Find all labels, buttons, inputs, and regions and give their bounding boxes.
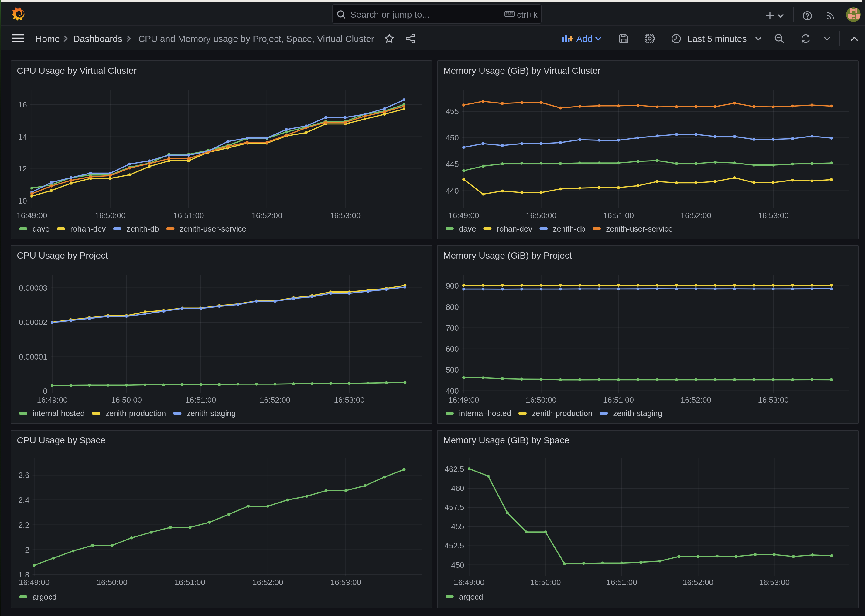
svg-text:16:50:00: 16:50:00	[526, 211, 556, 220]
svg-text:2: 2	[25, 545, 29, 555]
svg-text:16:52:00: 16:52:00	[681, 395, 711, 404]
svg-text:Memory Usage (GiB) by Project: Memory Usage (GiB) by Project	[443, 250, 572, 260]
svg-text:16:53:00: 16:53:00	[758, 395, 789, 404]
svg-text:16:52:00: 16:52:00	[683, 578, 714, 587]
svg-text:zenith-production: zenith-production	[532, 409, 592, 418]
svg-text:500: 500	[446, 365, 459, 374]
svg-text:16:51:00: 16:51:00	[175, 578, 205, 587]
svg-text:CPU Usage by Virtual Cluster: CPU Usage by Virtual Cluster	[17, 66, 137, 75]
svg-text:zenith-staging: zenith-staging	[613, 409, 662, 418]
svg-text:zenith-user-service: zenith-user-service	[180, 224, 246, 233]
svg-text:16:51:00: 16:51:00	[173, 211, 204, 220]
svg-text:16:53:00: 16:53:00	[331, 578, 361, 587]
svg-text:rohan-dev: rohan-dev	[497, 224, 533, 233]
svg-text:16:53:00: 16:53:00	[334, 395, 364, 404]
svg-text:16:52:00: 16:52:00	[252, 578, 283, 587]
svg-text:16:52:00: 16:52:00	[252, 211, 282, 220]
svg-text:0: 0	[43, 387, 47, 396]
svg-text:CPU Usage by Space: CPU Usage by Space	[17, 435, 106, 445]
svg-text:Memory Usage (GiB) by Virtual: Memory Usage (GiB) by Virtual Cluster	[443, 66, 601, 75]
svg-text:460: 460	[451, 484, 465, 493]
svg-text:450: 450	[446, 133, 459, 142]
svg-text:internal-hosted: internal-hosted	[33, 409, 85, 418]
svg-text:16: 16	[18, 100, 27, 109]
svg-text:rohan-dev: rohan-dev	[70, 224, 106, 233]
svg-text:Memory Usage (GiB) by Space: Memory Usage (GiB) by Space	[443, 435, 569, 445]
svg-text:455: 455	[451, 522, 465, 531]
svg-text:zenith-staging: zenith-staging	[186, 409, 236, 418]
svg-text:zenith-user-service: zenith-user-service	[606, 224, 673, 233]
svg-text:600: 600	[446, 344, 459, 354]
svg-text:900: 900	[446, 281, 459, 291]
svg-text:16:52:00: 16:52:00	[260, 395, 290, 404]
svg-text:16:53:00: 16:53:00	[759, 578, 790, 587]
svg-text:452.5: 452.5	[445, 541, 465, 550]
svg-text:zenith-production: zenith-production	[106, 409, 166, 418]
svg-text:16:52:00: 16:52:00	[681, 211, 711, 220]
svg-text:16:49:00: 16:49:00	[37, 395, 68, 404]
svg-text:16:49:00: 16:49:00	[19, 578, 49, 587]
svg-text:2.6: 2.6	[18, 471, 29, 480]
svg-text:400: 400	[446, 386, 459, 395]
svg-text:450: 450	[451, 561, 465, 570]
svg-text:argocd: argocd	[459, 592, 483, 602]
svg-text:800: 800	[446, 303, 459, 312]
svg-text:457.5: 457.5	[445, 503, 465, 512]
svg-text:16:53:00: 16:53:00	[758, 211, 789, 220]
svg-text:445: 445	[446, 160, 459, 169]
svg-text:16:50:00: 16:50:00	[95, 211, 125, 220]
svg-text:16:49:00: 16:49:00	[454, 578, 484, 587]
svg-text:0.00001: 0.00001	[19, 352, 47, 361]
svg-text:455: 455	[446, 107, 459, 116]
svg-text:16:53:00: 16:53:00	[330, 211, 361, 220]
svg-text:dave: dave	[33, 224, 49, 233]
svg-text:16:51:00: 16:51:00	[603, 395, 634, 404]
svg-text:0.00003: 0.00003	[19, 283, 47, 292]
svg-text:2.2: 2.2	[18, 520, 29, 530]
svg-text:0.00002: 0.00002	[19, 318, 47, 327]
svg-text:16:51:00: 16:51:00	[603, 211, 634, 220]
svg-text:16:51:00: 16:51:00	[185, 395, 216, 404]
svg-text:dave: dave	[459, 224, 476, 233]
svg-text:12: 12	[18, 164, 27, 173]
svg-text:16:49:00: 16:49:00	[16, 211, 47, 220]
svg-text:700: 700	[446, 324, 459, 333]
svg-text:16:50:00: 16:50:00	[96, 578, 127, 587]
svg-text:16:50:00: 16:50:00	[530, 578, 561, 587]
svg-text:16:49:00: 16:49:00	[449, 211, 479, 220]
svg-text:2.4: 2.4	[18, 495, 29, 504]
svg-text:argocd: argocd	[33, 592, 57, 602]
svg-text:zenith-db: zenith-db	[126, 224, 159, 233]
svg-text:16:50:00: 16:50:00	[526, 395, 556, 404]
svg-text:14: 14	[18, 132, 27, 141]
svg-text:462.5: 462.5	[445, 465, 465, 474]
svg-text:zenith-db: zenith-db	[553, 224, 586, 233]
svg-text:16:50:00: 16:50:00	[111, 395, 142, 404]
svg-text:CPU Usage by Project: CPU Usage by Project	[17, 250, 109, 260]
svg-text:16:51:00: 16:51:00	[607, 578, 637, 587]
svg-text:440: 440	[446, 186, 459, 195]
svg-text:16:49:00: 16:49:00	[449, 395, 479, 404]
svg-text:internal-hosted: internal-hosted	[459, 409, 511, 418]
svg-text:10: 10	[18, 196, 27, 206]
